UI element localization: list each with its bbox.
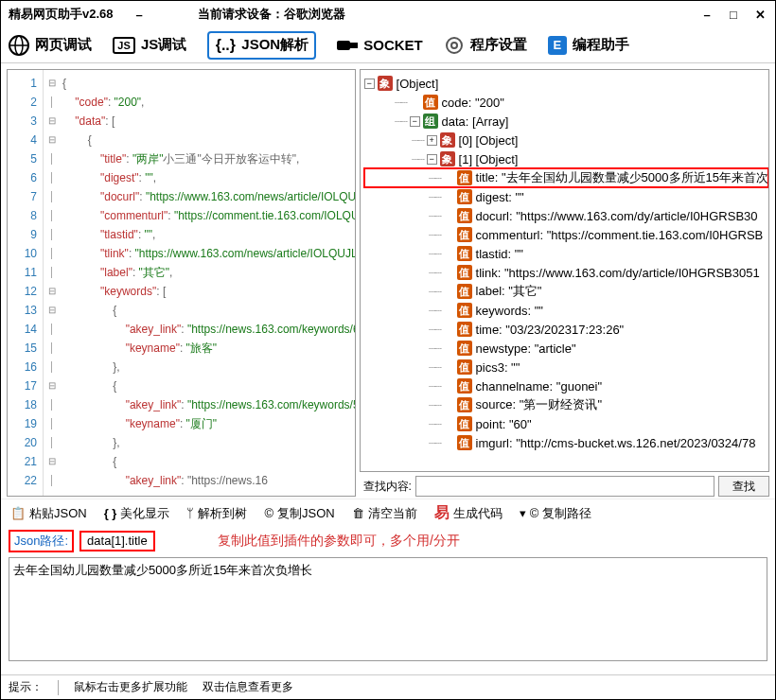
chevron-down-icon: ▾ [520,506,526,520]
trash-icon: 🗑 [352,506,364,520]
svg-point-5 [447,38,462,53]
array-badge-icon: 组 [423,114,438,129]
braces-icon: { } [104,506,117,520]
value-badge-icon: 值 [457,397,472,412]
json-source-editor[interactable]: 12345678910111213141516171819202122 ⊟│⊟⊟… [7,69,356,497]
gen-code-button[interactable]: 易生成代码 [434,503,503,523]
result-output[interactable]: 去年全国幼儿园数量减少5000多所近15年来首次负增长 [9,557,767,661]
tab-label: 网页调试 [35,36,92,54]
tree-node[interactable]: ┈┈值source: "第一财经资讯" [364,395,768,414]
tree-node[interactable]: ┈┈值channelname: "guonei" [364,376,768,395]
value-badge-icon: 值 [457,435,472,450]
expand-toggle[interactable]: + [427,135,437,146]
value-badge-icon: 值 [457,227,472,242]
value-badge-icon: 值 [457,246,472,261]
yi-icon: 易 [434,503,450,523]
expand-toggle[interactable]: − [410,116,420,127]
expand-toggle[interactable]: − [364,79,375,89]
tab-socket[interactable]: SOCKET [337,35,423,56]
status-tip-label: 提示： [9,679,43,695]
value-badge-icon: 值 [423,95,438,110]
beautify-button[interactable]: { }美化显示 [104,505,170,522]
tree-node[interactable]: ┈┈值docurl: "https://www.163.com/dy/artic… [364,206,768,225]
clear-button[interactable]: 🗑清空当前 [352,505,417,522]
tree-node[interactable]: ┈┈值imgurl: "http://cms-bucket.ws.126.net… [364,433,768,452]
braces-icon: {..} [215,35,236,56]
close-button[interactable]: ✕ [752,8,767,22]
tree-node[interactable]: ┈┈−象[1] [Object] [364,149,768,168]
globe-icon [9,35,29,56]
tree-node[interactable]: ┈┈值newstype: "article" [364,339,768,358]
tab-label: JSON解析 [241,36,309,54]
svg-rect-3 [337,41,350,50]
tree-node[interactable]: ┈┈值digest: "" [364,187,768,206]
gear-icon [444,35,465,56]
app-title: 精易网页助手v2.68 [9,6,114,23]
value-badge-icon: 值 [457,341,472,356]
maximize-button[interactable]: □ [726,8,741,22]
copy-path-button[interactable]: ▾©复制路径 [520,505,592,522]
tree-node[interactable]: ┈┈值point: "60" [364,414,768,433]
tree-node[interactable]: ┈┈值commenturl: "https://comment.tie.163.… [364,225,768,244]
tree-node[interactable]: ┈┈值tlastid: "" [364,244,768,263]
tree-node[interactable]: ┈┈−组data: [Array] [364,112,768,131]
value-badge-icon: 值 [457,265,472,280]
json-path-label: Json路径: [9,530,74,552]
paste-json-button[interactable]: 📋粘贴JSON [10,505,87,522]
e-icon: E [548,36,567,55]
object-badge-icon: 象 [378,76,393,91]
search-button[interactable]: 查找 [718,476,769,497]
expand-toggle[interactable]: − [427,154,437,165]
tree-node[interactable]: ┈┈+象[0] [Object] [364,131,768,149]
tree-node[interactable]: −象[Object] [364,74,768,93]
svg-point-6 [451,43,457,48]
line-gutter: 12345678910111213141516171819202122 [8,70,44,496]
json-path-hint: 复制此值到插件的参数即可，多个用/分开 [218,533,460,550]
tab-json-parse[interactable]: {..} JSON解析 [207,31,316,60]
json-path-input[interactable]: data[1].title [79,531,155,551]
tree-icon: ᛘ [186,506,194,520]
value-badge-icon: 值 [457,189,472,204]
value-badge-icon: 值 [457,303,472,318]
parse-tree-button[interactable]: ᛘ解析到树 [186,505,247,522]
tree-node[interactable]: ┈┈值label: "其它" [364,282,768,301]
fold-gutter[interactable]: ⊟│⊟⊟│││││││⊟⊟│││⊟│││⊟│ [44,70,61,496]
tab-label: SOCKET [363,37,423,53]
json-tree-view[interactable]: −象[Object]┈┈值code: "200"┈┈−组data: [Array… [360,69,769,472]
tree-node[interactable]: ┈┈值time: "03/23/202317:23:26" [364,320,768,339]
copyright-icon: © [530,506,539,520]
tab-settings[interactable]: 程序设置 [444,35,527,56]
value-badge-icon: 值 [457,170,472,185]
dash: – [136,8,143,22]
tree-node[interactable]: ┈┈值keywords: "" [364,301,768,320]
tab-web-debug[interactable]: 网页调试 [9,35,92,56]
minimize-button[interactable]: – [699,8,714,22]
status-hint-1: 鼠标右击更多扩展功能 [74,679,187,695]
code-content[interactable]: { "code": "200", "data": [ { "title": "两… [61,70,355,496]
copy-json-button[interactable]: ©复制JSON [264,505,334,522]
tree-node[interactable]: ┈┈值pics3: "" [364,358,768,376]
value-badge-icon: 值 [457,359,472,375]
device-info: 当前请求设备：谷歌浏览器 [198,6,345,23]
tab-label: 程序设置 [470,36,527,54]
copyright-icon: © [264,506,273,520]
value-badge-icon: 值 [457,416,472,431]
status-hint-2: 双击信息查看更多 [203,679,293,695]
value-badge-icon: 值 [457,322,472,337]
tree-node[interactable]: ┈┈值title: "去年全国幼儿园数量减少5000多所近15年来首次 [364,168,768,187]
search-label: 查找内容: [363,479,412,495]
tab-label: 编程助手 [573,36,629,54]
tab-js-debug[interactable]: JS JS调试 [113,36,186,54]
object-badge-icon: 象 [440,151,455,166]
js-icon: JS [113,37,135,54]
value-badge-icon: 值 [457,208,472,223]
svg-rect-4 [350,43,358,48]
value-badge-icon: 值 [457,284,472,299]
search-input[interactable] [415,476,714,497]
paste-icon: 📋 [10,506,26,520]
value-badge-icon: 值 [457,378,472,394]
object-badge-icon: 象 [440,132,455,148]
tree-node[interactable]: ┈┈值code: "200" [364,93,768,112]
tab-code-helper[interactable]: E 编程助手 [548,36,629,55]
tree-node[interactable]: ┈┈值tlink: "https://www.163.com/dy/articl… [364,263,768,282]
